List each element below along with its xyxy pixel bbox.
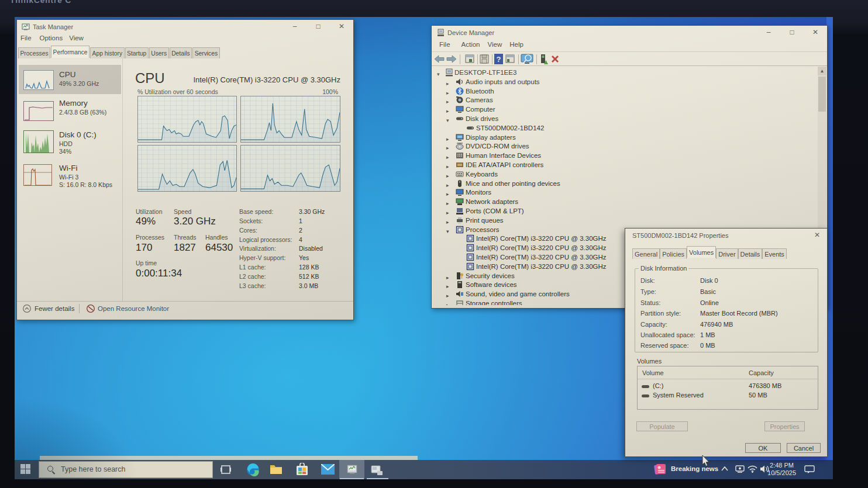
svg-text:?: ?: [497, 55, 501, 64]
